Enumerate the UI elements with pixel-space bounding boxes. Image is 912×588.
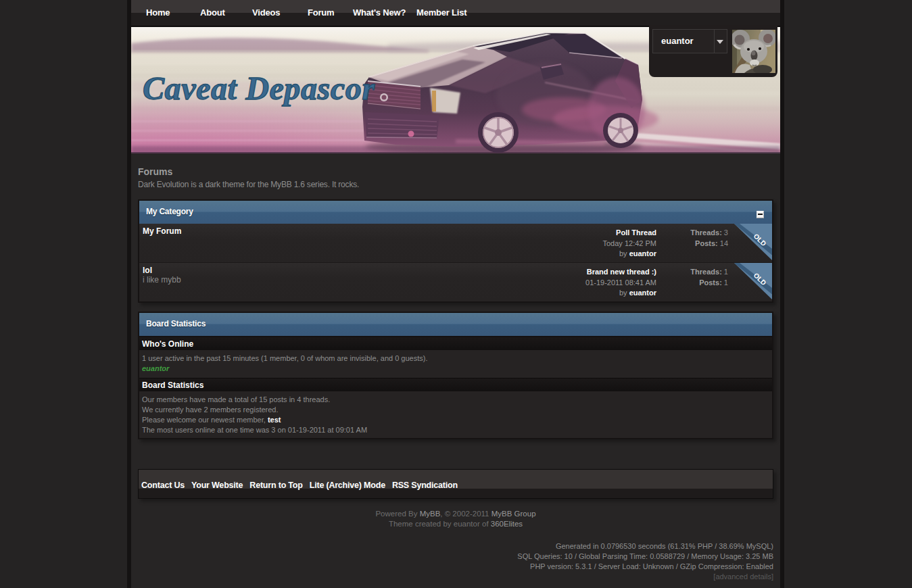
- svg-text:Caveat Depascor: Caveat Depascor: [143, 70, 375, 106]
